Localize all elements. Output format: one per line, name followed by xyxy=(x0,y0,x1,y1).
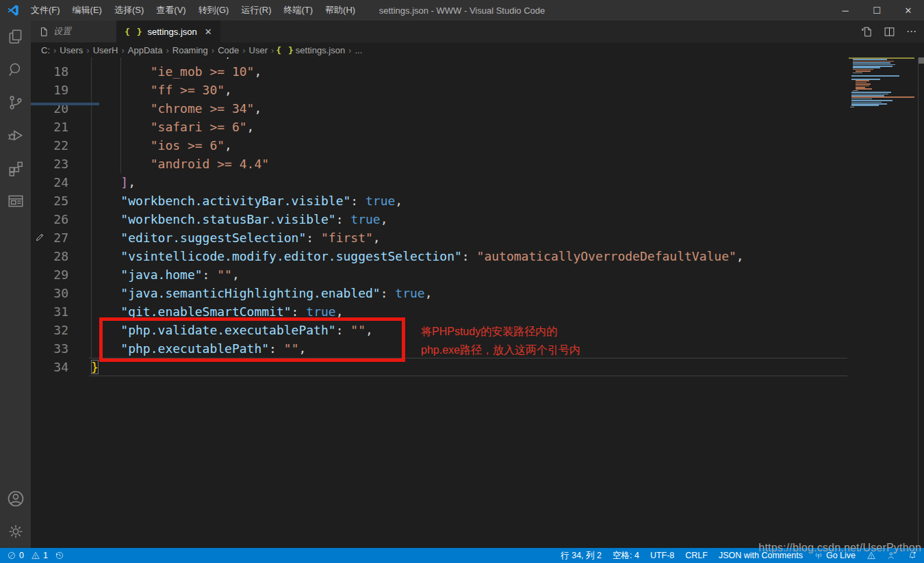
code-editor[interactable]: 17 "ie >= 10",18 "ie_mob >= 10",19 "ff >… xyxy=(31,57,924,548)
title-bar: 文件(F)编辑(E)选择(S)查看(V)转到(G)运行(R)终端(T)帮助(H)… xyxy=(0,0,924,21)
status-label: 空格: 4 xyxy=(613,550,639,562)
line-number[interactable]: 32 xyxy=(31,321,91,339)
line-number[interactable]: 26 xyxy=(31,210,91,228)
code-text: "workbench.statusBar.visible": true, xyxy=(91,210,924,228)
error-circle-icon xyxy=(7,551,16,560)
line-number[interactable]: 22 xyxy=(31,136,91,155)
status-34-2[interactable]: 行 34, 列 2 xyxy=(561,550,602,562)
pencil-icon xyxy=(35,232,45,242)
overview-ruler xyxy=(918,57,919,548)
watermark-url: https://blog.csdn.net/UserPython xyxy=(758,542,921,554)
close-button[interactable]: ✕ xyxy=(893,0,924,21)
menu-item-6[interactable]: 终端(T) xyxy=(277,0,319,21)
breadcrumb-item-6[interactable]: User xyxy=(248,45,269,55)
code-line-21[interactable]: 21 "safari >= 6", xyxy=(31,118,924,136)
code-text: "editor.suggestSelection": "first", xyxy=(91,228,924,247)
line-number[interactable]: 23 xyxy=(31,155,91,173)
browser-preview-icon xyxy=(7,192,25,210)
line-number[interactable]: 18 xyxy=(31,62,91,81)
menu-item-3[interactable]: 查看(V) xyxy=(150,0,192,21)
breadcrumb-item-3[interactable]: AppData xyxy=(127,45,164,55)
code-text: "safari >= 6", xyxy=(91,118,924,136)
code-line-29[interactable]: 29 "java.home": "", xyxy=(31,265,924,284)
code-line-23[interactable]: 23 "android >= 4.4" xyxy=(31,155,924,173)
chevron-right-icon: › xyxy=(269,45,276,55)
activity-explorer-icon[interactable] xyxy=(0,21,31,53)
more-actions-icon[interactable]: ⋯ xyxy=(906,25,917,38)
code-line-27[interactable]: 27 "editor.suggestSelection": "first", xyxy=(31,228,924,247)
line-number[interactable]: 28 xyxy=(31,247,91,265)
chevron-right-icon: › xyxy=(240,45,247,55)
chevron-right-icon: › xyxy=(51,45,58,55)
breadcrumb-item-4[interactable]: Roaming xyxy=(171,45,209,55)
json-icon: { } xyxy=(125,27,142,37)
code-line-22[interactable]: 22 "ios >= 6", xyxy=(31,136,924,155)
line-number[interactable]: 30 xyxy=(31,284,91,302)
split-editor-icon[interactable] xyxy=(884,26,895,38)
activity-run-debug-icon[interactable] xyxy=(0,119,31,152)
explorer-icon xyxy=(7,28,25,46)
menu-item-7[interactable]: 帮助(H) xyxy=(319,0,361,21)
menu-item-2[interactable]: 选择(S) xyxy=(108,0,150,21)
code-line-18[interactable]: 18 "ie_mob >= 10", xyxy=(31,62,924,81)
tab-settings-json[interactable]: { } settings.json ✕ xyxy=(116,21,220,42)
line-number[interactable]: 21 xyxy=(31,118,91,136)
menu-item-5[interactable]: 运行(R) xyxy=(235,0,277,21)
line-number[interactable]: 29 xyxy=(31,265,91,284)
code-line-28[interactable]: 28 "vsintellicode.modify.editor.suggestS… xyxy=(31,247,924,265)
editor-actions: ⋯ xyxy=(861,21,917,42)
breadcrumb-item-1[interactable]: Users xyxy=(58,45,84,55)
file-icon xyxy=(39,27,49,37)
line-number[interactable]: 19 xyxy=(31,81,91,99)
activity-account-icon[interactable] xyxy=(0,482,31,515)
minimize-button[interactable]: ─ xyxy=(830,0,861,21)
source-control-icon xyxy=(7,94,25,112)
line-number[interactable]: 17 xyxy=(31,57,91,62)
maximize-button[interactable]: ☐ xyxy=(861,0,893,21)
line-number[interactable]: 25 xyxy=(31,192,91,210)
activity-browser-preview-icon[interactable] xyxy=(0,185,31,218)
activity-bar xyxy=(0,21,31,548)
menu-item-0[interactable]: 文件(F) xyxy=(25,0,66,21)
status-4[interactable]: 空格: 4 xyxy=(613,550,639,562)
status-history-icon[interactable] xyxy=(55,551,64,560)
status-1[interactable]: 1 xyxy=(31,551,48,560)
json-icon: { } xyxy=(276,45,294,55)
minimap-slider-edge xyxy=(31,103,99,105)
line-number[interactable]: 33 xyxy=(31,339,91,358)
menu-bar: 文件(F)编辑(E)选择(S)查看(V)转到(G)运行(R)终端(T)帮助(H) xyxy=(25,0,361,21)
status-utf-8[interactable]: UTF-8 xyxy=(650,551,674,560)
activity-search-icon[interactable] xyxy=(0,53,31,86)
breadcrumb-item-2[interactable]: UserH xyxy=(92,45,120,55)
activity-settings-gear-icon[interactable] xyxy=(0,515,31,548)
activity-extensions-icon[interactable] xyxy=(0,152,31,185)
status-label: 0 xyxy=(19,551,24,560)
open-changes-icon[interactable] xyxy=(861,26,873,38)
breadcrumb-item-more[interactable]: ... xyxy=(353,45,363,55)
activity-source-control-icon[interactable] xyxy=(0,86,31,119)
code-line-17[interactable]: 17 "ie >= 10", xyxy=(31,57,924,62)
tab-settings-ui[interactable]: 设置 xyxy=(31,21,116,42)
code-line-19[interactable]: 19 "ff >= 30", xyxy=(31,81,924,99)
line-number[interactable]: 34 xyxy=(31,358,91,376)
minimap[interactable] xyxy=(849,57,917,167)
status-crlf[interactable]: CRLF xyxy=(685,551,708,560)
breadcrumb-item-file[interactable]: settings.json xyxy=(294,45,346,55)
menu-item-4[interactable]: 转到(G) xyxy=(192,0,235,21)
code-line-20[interactable]: 20 "chrome >= 34", xyxy=(31,99,924,118)
vscode-logo-icon xyxy=(7,4,19,16)
status-0[interactable]: 0 xyxy=(7,551,24,560)
history-icon xyxy=(55,551,64,560)
chevron-right-icon: › xyxy=(164,45,170,55)
menu-item-1[interactable]: 编辑(E) xyxy=(66,0,108,21)
code-line-24[interactable]: 24 ], xyxy=(31,173,924,192)
line-number[interactable]: 31 xyxy=(31,302,91,321)
breadcrumb-item-0[interactable]: C: xyxy=(40,45,51,55)
code-line-26[interactable]: 26 "workbench.statusBar.visible": true, xyxy=(31,210,924,228)
code-line-30[interactable]: 30 "java.semanticHighlighting.enabled": … xyxy=(31,284,924,302)
tab-close-icon[interactable]: ✕ xyxy=(205,27,212,37)
breadcrumb-item-5[interactable]: Code xyxy=(216,45,240,55)
chevron-right-icon: › xyxy=(119,45,126,55)
code-line-25[interactable]: 25 "workbench.activityBar.visible": true… xyxy=(31,192,924,210)
line-number[interactable]: 24 xyxy=(31,173,91,192)
